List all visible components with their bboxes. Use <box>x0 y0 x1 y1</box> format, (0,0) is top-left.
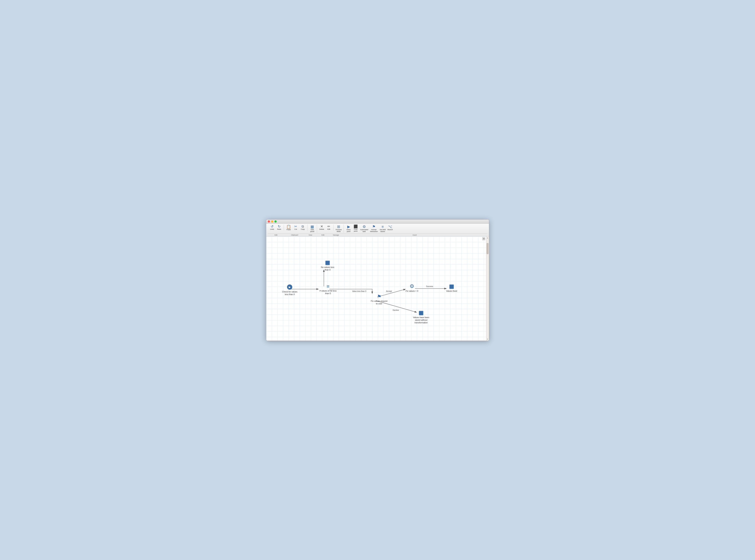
node-fix-values[interactable]: ⚙ Fix values < 0 <box>406 284 418 292</box>
human-interaction-icon: ⚑ <box>372 225 375 228</box>
delete-icon: ✕ <box>320 225 323 228</box>
final-point-button[interactable]: ⬛ Finalpoint <box>352 224 359 233</box>
scrollbar-thumb[interactable] <box>487 243 489 254</box>
check-values-label: Check for valuesless than 0 <box>282 291 298 296</box>
node-values-fixed[interactable]: Values fixed <box>446 284 457 292</box>
undo-icon: ↺ <box>271 225 273 228</box>
toolbar-group-edit2: ✕ Delete ✏ Edit <box>318 224 333 231</box>
accept-label: Accept <box>386 290 392 292</box>
entry-point-label: Entrypoint <box>347 229 351 233</box>
no-values-label: No values lessthan 0 <box>321 266 334 271</box>
values-saved-icon <box>419 311 423 315</box>
scroll-down-arrow[interactable]: ▼ <box>486 338 489 341</box>
close-button[interactable] <box>268 220 270 223</box>
final-point-icon: ⬛ <box>354 225 358 228</box>
toolbar-group-manage: ⊞ Processfields <box>334 224 344 233</box>
maximize-button[interactable] <box>274 220 277 223</box>
redo-icon: ↻ <box>278 225 281 228</box>
success-label: Success <box>426 285 433 287</box>
edit-button[interactable]: ✏ Edit <box>326 224 332 231</box>
canvas-area[interactable]: Accept Decline Success Value less than 0… <box>266 237 489 341</box>
toolbar-group-clipboard: 📋 Paste ✂ Cut ⧉ Copy <box>284 224 307 231</box>
redo-button[interactable]: ↻ Redo <box>276 224 283 231</box>
automated-task-button[interactable]: ⚙ Automatedtask <box>360 224 369 233</box>
toolbar-labels: Edit Clipboard View Edit Manage Insert <box>268 234 488 236</box>
minimize-button[interactable] <box>271 220 273 223</box>
toolbar-group-view: ▦ Sidepanel <box>308 224 317 233</box>
node-no-values[interactable]: No values lessthan 0 <box>321 261 334 271</box>
group-label-insert: Insert <box>342 234 488 236</box>
toolbar-group-edit: ↺ Undo ↻ Redo <box>268 224 284 231</box>
entry-point-button[interactable]: ▶ Entrypoint <box>345 224 352 233</box>
node-fix-request[interactable]: ⚑ Fix values requestto user <box>371 294 387 305</box>
group-label-manage: Manage <box>330 234 342 236</box>
paste-icon: 📋 <box>286 225 291 228</box>
copy-icon: ⧉ <box>302 225 304 228</box>
scrollbar-right[interactable]: ▲ ▼ <box>486 237 489 341</box>
group-label-edit2: Edit <box>316 234 330 236</box>
side-panel-icon: ▦ <box>310 225 314 228</box>
human-interaction-button[interactable]: ⚑ Humaninteraction <box>369 224 379 233</box>
node-if-values[interactable]: ≡ If values of Nil lessthan 0 <box>320 284 337 295</box>
human-interaction-label: Humaninteraction <box>370 229 378 233</box>
edit-label: Edit <box>327 228 330 230</box>
cut-label: Cut <box>294 228 297 230</box>
fix-request-label: Fix values requestto user <box>371 300 387 305</box>
values-saved-label: Values have beensaved withouttransformat… <box>413 316 429 324</box>
set-field-values-icon: ≡ <box>382 225 384 228</box>
main-window: ↺ Undo ↻ Redo 📋 Paste ✂ Cut <box>266 219 489 341</box>
automated-task-label: Automatedtask <box>360 229 368 233</box>
fix-values-icon: ⚙ <box>410 284 414 289</box>
toolbar-buttons: ↺ Undo ↻ Redo 📋 Paste ✂ Cut <box>268 224 488 234</box>
entry-point-icon: ▶ <box>347 225 350 228</box>
side-panel-button[interactable]: ▦ Sidepanel <box>309 224 316 233</box>
undo-label: Undo <box>270 228 274 230</box>
fix-values-label: Fix values < 0 <box>406 290 418 292</box>
expand-button[interactable]: ⊡ <box>482 237 485 240</box>
redo-label: Redo <box>277 228 281 230</box>
if-values-label: If values of Nil lessthan 0 <box>320 289 337 295</box>
toolbar: ↺ Undo ↻ Redo 📋 Paste ✂ Cut <box>266 224 489 237</box>
node-values-saved[interactable]: Values have beensaved withouttransformat… <box>413 311 429 324</box>
set-field-values-label: Set fieldvalues <box>380 229 386 233</box>
decline-label: Decline <box>393 309 399 311</box>
value-less-label: Value less than 0 <box>352 290 366 292</box>
group-label-edit: Edit <box>268 234 284 236</box>
check-values-icon: ▶ <box>287 284 292 290</box>
values-fixed-icon <box>449 284 454 289</box>
branch-button[interactable]: ⌥ Branch <box>387 224 394 231</box>
edit-icon: ✏ <box>327 225 330 228</box>
delete-label: Delete <box>319 228 324 230</box>
set-field-values-button[interactable]: ≡ Set fieldvalues <box>379 224 387 233</box>
paste-label: Paste <box>286 229 291 231</box>
if-values-icon: ≡ <box>327 284 329 289</box>
side-panel-label: Sidepanel <box>310 229 314 233</box>
branch-icon: ⌥ <box>388 225 392 228</box>
process-fields-button[interactable]: ⊞ Processfields <box>335 224 343 233</box>
branch-label: Branch <box>388 229 393 231</box>
final-point-label: Finalpoint <box>354 228 358 232</box>
undo-button[interactable]: ↺ Undo <box>269 224 276 231</box>
group-label-clipboard: Clipboard <box>284 234 305 236</box>
titlebar <box>266 220 489 224</box>
values-fixed-label: Values fixed <box>446 290 457 292</box>
copy-button[interactable]: ⧉ Copy <box>300 224 306 231</box>
fix-request-icon: ⚑ <box>377 294 381 299</box>
node-check-values[interactable]: ▶ Check for valuesless than 0 <box>282 284 298 296</box>
copy-label: Copy <box>301 228 305 230</box>
toolbar-group-insert: ▶ Entrypoint ⬛ Finalpoint ⚙ Automatedtas… <box>344 224 395 233</box>
process-fields-label: Processfields <box>336 229 342 233</box>
paste-button[interactable]: 📋 Paste <box>285 224 292 231</box>
automated-task-icon: ⚙ <box>363 225 366 228</box>
delete-button[interactable]: ✕ Delete <box>319 224 325 231</box>
scroll-up-arrow[interactable]: ▲ <box>486 237 489 239</box>
group-label-view: View <box>305 234 316 236</box>
process-fields-icon: ⊞ <box>337 225 340 228</box>
cut-button[interactable]: ✂ Cut <box>292 224 299 231</box>
no-values-icon <box>325 261 330 265</box>
cut-icon: ✂ <box>294 225 297 228</box>
